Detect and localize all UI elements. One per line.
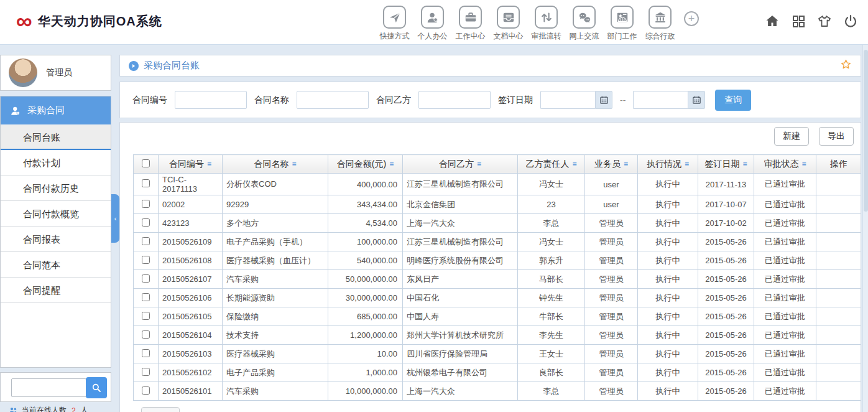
app-logo: ∞ 华天动力协同OA系统 bbox=[16, 11, 162, 32]
sidebar-group-purchase-contract[interactable]: 采购合同 bbox=[1, 96, 111, 124]
cell-party-b: 中国石化 bbox=[403, 289, 518, 307]
row-checkbox[interactable] bbox=[142, 349, 150, 357]
sidebar-item[interactable]: 合同台账 bbox=[1, 124, 111, 150]
avatar[interactable] bbox=[9, 59, 37, 87]
add-module-icon[interactable]: + bbox=[684, 11, 699, 26]
sort-filter-icon[interactable]: ≡ bbox=[742, 160, 747, 169]
table-row: 20150526107 汽车采购 50,000,000.00 东风日产 马部长 … bbox=[134, 270, 862, 289]
table-toolbar: 新建 导出 bbox=[120, 123, 861, 146]
nav-item-approval-flow[interactable]: 审批流转 bbox=[527, 6, 565, 42]
page-scrollbar[interactable] bbox=[862, 45, 868, 412]
nav-item-work-center[interactable]: 工作中心 bbox=[451, 6, 489, 42]
date-from-input[interactable] bbox=[540, 91, 595, 109]
column-header[interactable]: 操作 bbox=[816, 155, 862, 174]
sidebar-item[interactable]: 合同付款历史 bbox=[1, 176, 111, 201]
sort-filter-icon[interactable]: ≡ bbox=[389, 160, 394, 169]
cell-party-rep: 冯女士 bbox=[518, 174, 585, 195]
nav-item-online-chat[interactable]: 网上交流 bbox=[565, 6, 603, 42]
table-row: 20150526105 保险缴纳 685,000.00 中国人寿 牛部长 管理员… bbox=[134, 307, 862, 326]
date-to-input[interactable] bbox=[633, 91, 688, 109]
sidebar-item[interactable]: 合同报表 bbox=[1, 227, 111, 252]
export-button[interactable]: 导出 bbox=[819, 127, 854, 146]
column-label: 合同编号 bbox=[169, 159, 204, 169]
contract-name-input[interactable] bbox=[297, 91, 369, 109]
cell-party-b: 杭州银希电子有限公司 bbox=[403, 363, 518, 382]
cell-amount: 343,434.00 bbox=[328, 195, 403, 214]
column-header[interactable]: 业务员≡ bbox=[585, 155, 638, 174]
nav-item-document-center[interactable]: 文档中心 bbox=[489, 6, 527, 42]
row-checkbox[interactable] bbox=[142, 218, 150, 227]
query-button[interactable]: 查询 bbox=[715, 90, 751, 111]
sort-filter-icon[interactable]: ≡ bbox=[572, 160, 576, 169]
cell-amount: 1,000.00 bbox=[328, 363, 403, 382]
sort-filter-icon[interactable]: ≡ bbox=[801, 160, 806, 169]
cell-approval-status: 已通过审批 bbox=[754, 270, 816, 289]
row-checkbox[interactable] bbox=[142, 330, 150, 339]
column-header[interactable]: 审批状态≡ bbox=[754, 155, 816, 174]
nav-item-department-work[interactable]: 部门工作 bbox=[603, 6, 641, 42]
sort-filter-icon[interactable]: ≡ bbox=[207, 160, 211, 169]
pagination-stub[interactable] bbox=[141, 407, 180, 412]
date-to-calendar-button[interactable] bbox=[688, 91, 705, 109]
cell-contract-name: 多个地方 bbox=[223, 214, 328, 233]
row-checkbox[interactable] bbox=[142, 293, 150, 301]
row-checkbox[interactable] bbox=[142, 312, 150, 320]
column-header[interactable]: 合同金额(元)≡ bbox=[328, 155, 403, 174]
contract-table: 合同编号≡合同名称≡合同金额(元)≡合同乙方≡乙方责任人≡业务员≡执行情况≡签订… bbox=[133, 154, 861, 401]
sort-filter-icon[interactable]: ≡ bbox=[624, 160, 628, 169]
apps-grid-icon[interactable] bbox=[791, 14, 806, 29]
column-header[interactable]: 执行情况≡ bbox=[638, 155, 698, 174]
sidebar-menu: 采购合同 合同台账付款计划合同付款历史合同付款概览合同报表合同范本合同提醒 bbox=[0, 96, 111, 368]
cell-exec-status: 执行中 bbox=[638, 382, 698, 401]
column-header[interactable]: 签订日期≡ bbox=[698, 155, 754, 174]
home-icon[interactable] bbox=[765, 14, 780, 29]
sort-filter-icon[interactable]: ≡ bbox=[685, 160, 689, 169]
select-all-checkbox[interactable] bbox=[142, 159, 150, 167]
party-b-input[interactable] bbox=[418, 91, 491, 109]
row-checkbox[interactable] bbox=[142, 256, 150, 264]
cell-party-rep: 23 bbox=[518, 195, 585, 214]
nav-item-shortcuts[interactable]: 快捷方式 bbox=[376, 6, 413, 42]
table-row: 20150526109 电子产品采购（手机） 100,000.00 江苏三星机械… bbox=[134, 233, 862, 251]
date-to-group bbox=[633, 91, 705, 109]
cell-amount: 50,000,000.00 bbox=[328, 270, 403, 289]
contract-no-input[interactable] bbox=[175, 91, 247, 109]
logout-power-icon[interactable] bbox=[843, 14, 858, 29]
row-checkbox[interactable] bbox=[142, 368, 150, 376]
row-checkbox[interactable] bbox=[142, 200, 150, 208]
row-checkbox[interactable] bbox=[142, 179, 150, 187]
cell-agent: 管理员 bbox=[585, 270, 638, 289]
date-from-calendar-button[interactable] bbox=[595, 91, 612, 109]
cell-party-rep: 冯女士 bbox=[518, 233, 585, 251]
scrollbar-thumb[interactable] bbox=[864, 50, 868, 212]
row-checkbox[interactable] bbox=[142, 237, 150, 245]
column-label: 合同乙方 bbox=[439, 159, 474, 169]
new-button[interactable]: 新建 bbox=[774, 127, 809, 146]
nav-item-general-admin[interactable]: 综合行政 bbox=[641, 6, 679, 42]
sidebar-item[interactable]: 付款计划 bbox=[1, 150, 111, 176]
sort-filter-icon[interactable]: ≡ bbox=[477, 160, 481, 169]
cell-approval-status: 已通过审批 bbox=[754, 289, 816, 307]
theme-shirt-icon[interactable] bbox=[817, 14, 832, 29]
row-checkbox[interactable] bbox=[142, 274, 150, 283]
row-checkbox[interactable] bbox=[142, 386, 150, 395]
column-header[interactable]: 合同编号≡ bbox=[159, 155, 223, 174]
column-header[interactable]: 合同名称≡ bbox=[223, 155, 328, 174]
cell-contract-name: 电子产品采购 bbox=[223, 363, 328, 382]
row-checkbox-cell bbox=[134, 345, 159, 363]
sort-filter-icon[interactable]: ≡ bbox=[292, 160, 296, 169]
cell-exec-status: 执行中 bbox=[638, 174, 698, 195]
cell-actions bbox=[816, 307, 862, 326]
cell-contract-no: 20150526104 bbox=[159, 326, 223, 345]
sidebar-item[interactable]: 合同提醒 bbox=[1, 278, 111, 303]
column-header[interactable]: 乙方责任人≡ bbox=[518, 155, 585, 174]
sidebar-item[interactable]: 合同范本 bbox=[1, 252, 111, 278]
sidebar-collapse-handle[interactable]: ‹ bbox=[111, 194, 119, 243]
sidebar-search-button[interactable] bbox=[86, 377, 107, 398]
favorite-star-icon[interactable] bbox=[840, 59, 852, 73]
column-header[interactable]: 合同乙方≡ bbox=[403, 155, 518, 174]
sidebar-search-input[interactable] bbox=[11, 378, 86, 397]
nav-item-personal-office[interactable]: 个人办公 bbox=[413, 6, 451, 42]
arrow-circle-icon bbox=[129, 61, 139, 71]
sidebar-item[interactable]: 合同付款概览 bbox=[1, 201, 111, 227]
